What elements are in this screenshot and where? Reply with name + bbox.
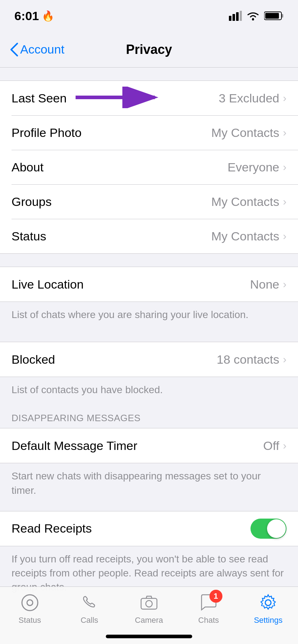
signal-icon: [229, 11, 242, 21]
default-timer-label: Default Message Timer: [12, 439, 137, 453]
read-receipts-label: Read Receipts: [12, 521, 92, 535]
live-location-description: List of chats where you are sharing your…: [0, 302, 298, 329]
tab-camera[interactable]: Camera: [119, 593, 179, 625]
calls-tab-icon: [79, 593, 99, 613]
chevron-icon: ›: [283, 230, 286, 242]
timer-description: Start new chats with disappearing messag…: [0, 463, 298, 504]
section-gap-2: [0, 254, 298, 267]
svg-point-14: [265, 600, 271, 606]
settings-tab-icon: [258, 593, 278, 613]
status-bar: 6:01 🔥: [0, 0, 298, 32]
settings-tab-label: Settings: [254, 616, 283, 625]
svg-point-10: [22, 595, 38, 611]
live-location-label: Live Location: [12, 277, 83, 291]
chevron-icon: ›: [283, 353, 286, 365]
camera-tab-icon: [139, 593, 159, 613]
read-receipts-toggle[interactable]: [250, 519, 286, 539]
last-seen-value[interactable]: 3 Excluded ›: [219, 91, 286, 105]
svg-point-11: [27, 600, 33, 606]
back-chevron-icon: [10, 43, 18, 56]
blocked-section: Blocked 18 contacts ›: [0, 342, 298, 377]
tab-settings[interactable]: Settings: [238, 593, 298, 625]
last-seen-row[interactable]: Last Seen 3 Excluded ›: [0, 81, 298, 115]
privacy-section: Last Seen 3 Excluded › Profile Photo My …: [0, 80, 298, 254]
status-icon: [21, 593, 39, 612]
default-timer-row[interactable]: Default Message Timer Off ›: [0, 428, 298, 463]
svg-rect-3: [240, 11, 242, 21]
live-location-value[interactable]: None ›: [250, 277, 286, 291]
status-tab-icon: [20, 593, 40, 613]
about-label: About: [12, 160, 44, 174]
blocked-value[interactable]: 18 contacts ›: [217, 353, 286, 367]
blocked-label: Blocked: [12, 353, 55, 367]
back-label: Account: [20, 42, 64, 56]
status-value[interactable]: My Contacts ›: [211, 229, 286, 243]
toggle-knob: [267, 519, 286, 538]
section-gap-3: [0, 329, 298, 342]
chevron-icon: ›: [283, 126, 286, 139]
live-location-section: Live Location None ›: [0, 267, 298, 302]
svg-rect-12: [141, 598, 157, 609]
default-timer-value[interactable]: Off ›: [263, 439, 286, 453]
tab-calls[interactable]: Calls: [60, 593, 119, 625]
chats-tab-label: Chats: [198, 616, 219, 625]
battery-icon: [264, 11, 284, 21]
chevron-icon: ›: [283, 278, 286, 290]
chevron-icon: ›: [283, 92, 286, 104]
status-tab-label: Status: [19, 616, 41, 625]
settings-icon: [259, 593, 277, 612]
status-icons: [229, 11, 284, 21]
status-row[interactable]: Status My Contacts ›: [0, 219, 298, 253]
about-row[interactable]: About Everyone ›: [0, 150, 298, 184]
groups-row[interactable]: Groups My Contacts ›: [0, 184, 298, 219]
groups-value[interactable]: My Contacts ›: [211, 195, 286, 209]
read-receipts-section: Read Receipts: [0, 511, 298, 546]
blocked-description: List of contacts you have blocked.: [0, 377, 298, 404]
disappearing-messages-header: DISAPPEARING MESSAGES: [0, 404, 298, 428]
back-button[interactable]: Account: [10, 42, 64, 56]
groups-label: Groups: [12, 195, 52, 209]
chevron-icon: ›: [283, 196, 286, 208]
svg-rect-1: [232, 14, 235, 21]
blocked-row[interactable]: Blocked 18 contacts ›: [0, 342, 298, 377]
svg-rect-6: [281, 14, 283, 18]
arrow-annotation: [72, 87, 166, 110]
page-title: Privacy: [126, 42, 172, 57]
about-value[interactable]: Everyone ›: [227, 160, 286, 174]
svg-rect-0: [229, 16, 231, 21]
read-receipts-row[interactable]: Read Receipts: [0, 511, 298, 546]
profile-photo-row[interactable]: Profile Photo My Contacts ›: [0, 115, 298, 150]
wifi-icon: [246, 11, 260, 21]
chevron-icon: ›: [283, 440, 286, 452]
chevron-icon: ›: [283, 161, 286, 173]
purple-arrow-icon: [72, 87, 166, 108]
nav-bar: Account Privacy: [0, 32, 298, 68]
tab-chats[interactable]: 1 Chats: [179, 593, 239, 625]
calls-tab-label: Calls: [81, 616, 98, 625]
fire-icon: 🔥: [42, 10, 54, 22]
default-timer-section: Default Message Timer Off ›: [0, 428, 298, 463]
status-label: Status: [12, 229, 46, 243]
profile-photo-value[interactable]: My Contacts ›: [211, 126, 286, 140]
status-time: 6:01 🔥: [14, 9, 54, 23]
chats-tab-icon: 1: [199, 593, 219, 613]
section-gap-4: [0, 505, 298, 511]
tab-status[interactable]: Status: [0, 593, 60, 625]
svg-rect-2: [236, 12, 239, 21]
last-seen-label: Last Seen: [12, 91, 67, 105]
home-indicator: [106, 635, 192, 638]
live-location-row[interactable]: Live Location None ›: [0, 267, 298, 302]
camera-tab-label: Camera: [135, 616, 163, 625]
svg-point-4: [252, 18, 254, 20]
calls-icon: [80, 593, 99, 612]
svg-point-13: [146, 601, 152, 607]
camera-icon: [140, 593, 158, 612]
section-gap-top: [0, 68, 298, 80]
profile-photo-label: Profile Photo: [12, 126, 82, 140]
chats-badge: 1: [209, 590, 222, 603]
svg-rect-7: [265, 13, 279, 19]
